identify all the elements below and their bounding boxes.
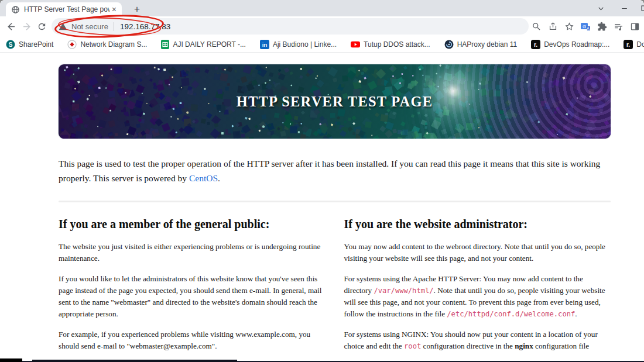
browser-window: HTTP Server Test Page powered × + Not [0,0,644,362]
paragraph: If you would like to let the administrat… [59,273,327,320]
browser-toolbar: Not secure 192.168.77.83 GA [0,16,644,36]
forward-icon[interactable] [19,19,34,34]
new-tab-button[interactable]: + [130,2,144,16]
paragraph: You may now add content to the webroot d… [344,241,612,264]
share-icon[interactable] [544,19,561,34]
side-panel-icon[interactable] [626,19,643,34]
test-page-banner: HTTP SERVER TEST PAGE [59,64,611,139]
tab-title: HTTP Server Test Page powered [24,5,109,13]
star-icon[interactable] [561,19,577,34]
bookmark-aji-daily-report[interactable]: AJI DAILY REPORT -... [161,40,245,49]
media-list-icon[interactable] [610,19,626,34]
text-segment: /var/www/html/ [374,287,433,295]
url-text: 192.168.77.83 [120,22,170,31]
haproxy-icon [444,40,454,49]
general-public-heading: If you are a member of the general publi… [59,218,327,231]
linkedin-icon: in [260,40,269,49]
svg-text:r.: r. [534,42,537,48]
paragraph: The website you just visited is either e… [59,241,327,264]
tab-strip: HTTP Server Test Page powered × + [0,0,644,16]
two-column-section: If you are a member of the general publi… [59,218,612,361]
bookmark-label: HAProxy debian 11 [457,40,518,49]
tab-http-server-test-page[interactable]: HTTP Server Test Page powered × [6,2,122,16]
bookmark-network-diagram[interactable]: Network Diagram S... [67,40,147,49]
paragraph: For systems using NGINX: You should now … [344,329,612,352]
horizontal-rule [59,201,611,202]
svg-text:G: G [583,24,586,29]
paragraph: For systems using the Apache HTTP Server… [344,273,612,320]
text-segment: /etc/httpd/conf.d/welcome.conf [447,310,575,318]
address-bar[interactable]: Not secure 192.168.77.83 [52,18,529,35]
general-public-column: If you are a member of the general publi… [59,218,327,361]
reload-icon[interactable] [34,19,49,34]
maximize-icon[interactable] [638,0,644,16]
website-administrator-column: If you are the website administrator: Yo… [344,218,612,361]
roadmap-icon: r. [531,40,540,49]
bookmark-label: DevOps Roadmap:... [544,40,609,49]
text-segment: nginx [515,342,533,350]
security-label: Not secure [71,22,108,31]
bookmark-devops-roadmap[interactable]: r. DevOps Roadmap:... [531,40,609,49]
page-content: HTTP SERVER TEST PAGE This page is used … [0,53,644,362]
youtube-icon [351,40,360,49]
bookmarks-bar: S SharePoint Network Diagram S... AJI DA… [0,36,644,53]
back-icon[interactable] [4,19,19,34]
search-icon[interactable] [528,19,544,34]
bookmark-label: Network Diagram S... [80,40,147,49]
bookmark-haproxy[interactable]: HAProxy debian 11 [444,40,518,49]
bookmark-label: Tutup DDOS attack... [364,40,430,49]
svg-text:S: S [9,41,13,47]
svg-text:r.: r. [626,42,630,48]
extensions-puzzle-icon[interactable] [594,19,610,34]
tab-search-chevron-down-icon[interactable] [592,0,609,16]
svg-text:A: A [587,26,590,30]
bottom-edge-strip-mid [32,360,237,362]
bookmark-docker-roadmap[interactable]: r. Docker Roadmap -... [624,40,644,49]
not-secure-warning-icon [59,22,67,31]
sheets-icon [161,40,169,49]
bookmark-label: Docker Roadmap -... [636,40,644,49]
minimize-icon[interactable] [616,0,632,16]
centos-link[interactable]: CentOS [189,173,218,183]
bookmark-sharepoint[interactable]: S SharePoint [6,40,53,49]
sharepoint-icon: S [6,40,15,49]
bookmark-tutup-ddos[interactable]: Tutup DDOS attack... [351,40,430,49]
bottom-edge-strip-left [0,358,22,362]
omnibox-divider [114,22,114,31]
translate-icon[interactable]: GA [577,19,594,34]
intro-paragraph: This page is used to test the proper ope… [59,156,612,185]
drawio-icon [67,40,77,49]
close-tab-icon[interactable]: × [110,5,118,14]
banner-title: HTTP SERVER TEST PAGE [59,64,611,139]
svg-text:in: in [262,42,268,48]
bookmark-label: AJI DAILY REPORT -... [173,40,245,49]
website-administrator-heading: If you are the website administrator: [344,218,612,231]
globe-icon [11,5,20,14]
bookmark-label: SharePoint [19,40,53,49]
roadmap-icon: r. [624,40,633,49]
paragraph: For example, if you experienced problems… [59,329,327,352]
bookmark-label: Aji Budiono | Linke... [273,40,337,49]
bookmark-linkedin[interactable]: in Aji Budiono | Linke... [260,40,337,49]
text-segment: root [404,342,421,350]
